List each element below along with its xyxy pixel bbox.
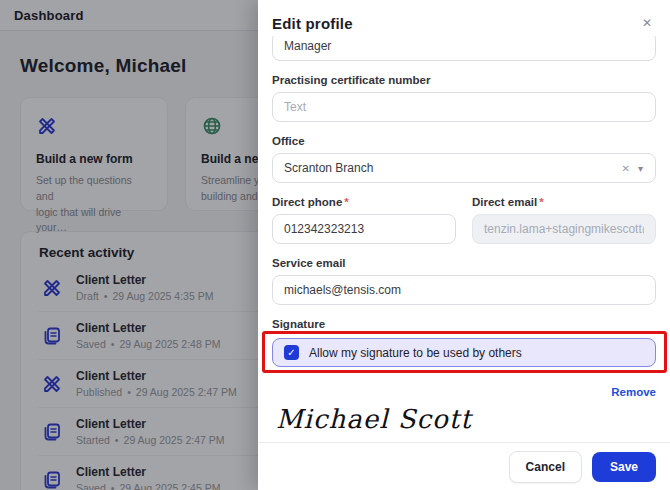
screen: Dashboard Welcome, Michael Build a new f… [0, 0, 670, 490]
close-icon[interactable]: ✕ [640, 15, 654, 31]
required-asterisk: * [344, 196, 348, 208]
direct-email-field [472, 214, 656, 244]
drawer-body: Practising certificate number Office Scr… [258, 36, 670, 442]
edit-profile-drawer: Edit profile ✕ Practising certificate nu… [258, 0, 670, 490]
direct-phone-label: Direct phone* [272, 196, 456, 208]
save-button[interactable]: Save [592, 452, 656, 482]
drawer-header: Edit profile ✕ [258, 0, 670, 36]
remove-signature-link[interactable]: Remove [611, 386, 656, 398]
required-asterisk: * [539, 196, 543, 208]
office-selected-value: Scranton Branch [284, 161, 616, 175]
direct-email-label: Direct email* [472, 196, 656, 208]
direct-phone-field[interactable] [272, 214, 456, 244]
signature-consent-label: Allow my signature to be used by others [309, 346, 522, 360]
check-icon: ✓ [287, 347, 295, 358]
signature-label: Signature [272, 318, 656, 330]
caret-down-icon[interactable]: ▾ [636, 163, 645, 174]
service-email-field[interactable] [272, 275, 656, 305]
drawer-title: Edit profile [272, 15, 353, 32]
role-field[interactable] [272, 36, 656, 61]
service-email-label: Service email [272, 257, 656, 269]
cancel-button[interactable]: Cancel [509, 451, 582, 483]
signature-consent-checkbox-row[interactable]: ✓ Allow my signature to be used by other… [272, 338, 656, 367]
office-select[interactable]: Scranton Branch ✕ ▾ [272, 153, 656, 183]
office-label: Office [272, 135, 656, 147]
practising-certificate-field[interactable] [272, 92, 656, 122]
checkbox-checked[interactable]: ✓ [284, 345, 299, 360]
signature-image: Michael Scott [276, 404, 656, 434]
drawer-footer: Cancel Save [258, 442, 670, 490]
practising-certificate-label: Practising certificate number [272, 74, 656, 86]
clear-icon[interactable]: ✕ [616, 163, 636, 174]
